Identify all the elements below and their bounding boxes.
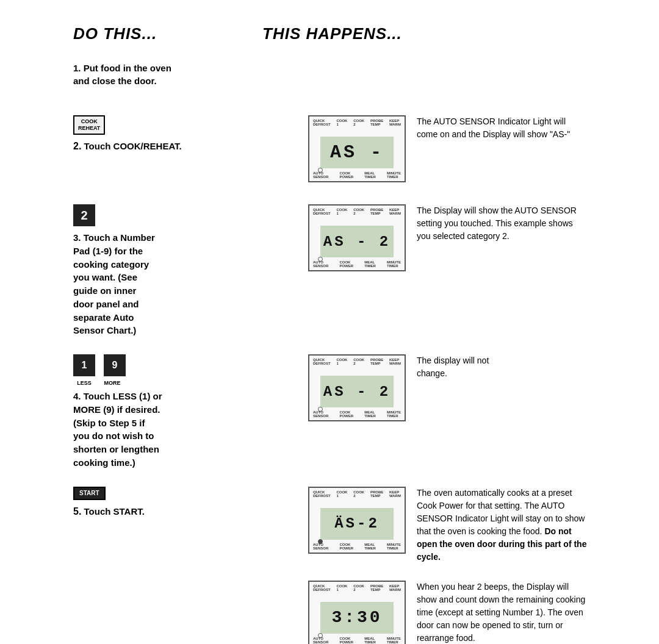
step3-right: QUICKDEFROST COOK1 COOK2 PROBETEMP KEEPW… xyxy=(308,204,610,276)
step4-less-key[interactable]: 1 xyxy=(73,354,95,376)
step3-num-key[interactable]: 2 xyxy=(73,204,95,226)
step5-display-bottom: AUTOSENSOR COOKPOWER MEALTIMER MINUTETIM… xyxy=(313,543,401,550)
step4-more-label: MORE xyxy=(101,380,123,386)
cook-reheat-key-line2: REHEAT xyxy=(78,125,100,132)
step5-display-top: QUICKDEFROST COOK1 COOK2 PROBETEMP KEEPW… xyxy=(313,490,401,498)
step1-number: 1. xyxy=(73,63,81,73)
step4-more-key[interactable]: 9 xyxy=(104,354,126,376)
cook-reheat-key[interactable]: COOK REHEAT xyxy=(73,115,105,135)
step2-key-wrap: COOK REHEAT xyxy=(73,115,290,135)
header-row: DO THIS... THIS HAPPENS... xyxy=(73,24,610,43)
cook-reheat-key-line1: COOK xyxy=(78,118,100,125)
step5-screen: ÄS-2 xyxy=(320,508,394,540)
step6-screen: 3:30 xyxy=(320,602,394,634)
step3-left: 2 3. Touch a Number Pad (1-9) for the co… xyxy=(73,204,290,337)
step2-display-bottom: AUTOSENSOR COOKPOWER MEALTIMER MINUTETIM… xyxy=(313,171,401,179)
step3-display-wrap: QUICKDEFROST COOK1 COOK2 PROBETEMP KEEPW… xyxy=(308,204,406,276)
step3-screen: AS - 2 xyxy=(320,226,394,257)
step3-key-wrap: 2 xyxy=(73,204,290,226)
step4-right-text-content: The display will notchange. xyxy=(417,356,489,378)
step5-right: QUICKDEFROST COOK1 COOK2 PROBETEMP KEEPW… xyxy=(308,487,610,564)
header-do: DO THIS... xyxy=(73,24,262,43)
step1-section: 1. Put food in the ovenand close the doo… xyxy=(73,62,610,98)
step4-display: QUICKDEFROST COOK1 COOK2 PROBETEMP KEEPW… xyxy=(308,354,406,421)
step3-number: 3. xyxy=(73,232,81,243)
step4-right-text: The display will notchange. xyxy=(417,354,489,380)
step4-right: QUICKDEFROST COOK1 COOK2 PROBETEMP KEEPW… xyxy=(308,354,610,426)
step3-section: 2 3. Touch a Number Pad (1-9) for the co… xyxy=(73,204,610,337)
step6-display-wrap: QUICKDEFROST COOK1 COOK2 PROBETEMP KEEPW… xyxy=(308,581,406,645)
step5-right-text: The oven automatically cooks at a preset… xyxy=(417,487,588,564)
step4-left: 1 9 LESS MORE 4. Touch LESS (1) or MORE … xyxy=(73,354,290,470)
step4-display-wrap: QUICKDEFROST COOK1 COOK2 PROBETEMP KEEPW… xyxy=(308,354,406,426)
step3-display-bottom: AUTOSENSOR COOKPOWER MEALTIMER MINUTETIM… xyxy=(313,260,401,268)
step2-display-top: QUICKDEFROST COOK1 COOK2 PROBETEMP KEEPW… xyxy=(313,119,401,126)
step3-display: QUICKDEFROST COOK1 COOK2 PROBETEMP KEEPW… xyxy=(308,204,406,271)
step4-less-label: LESS xyxy=(73,380,95,386)
step2-screen: AS - xyxy=(320,137,394,168)
step6-display-top: QUICKDEFROST COOK1 COOK2 PROBETEMP KEEPW… xyxy=(313,584,401,592)
step4-display-bottom: AUTOSENSOR COOKPOWER MEALTIMER MINUTETIM… xyxy=(313,410,401,418)
step2-left: COOK REHEAT 2. Touch COOK/REHEAT. xyxy=(73,115,290,156)
step5-instruction: 5. Touch START. xyxy=(73,505,290,518)
step5-key-wrap: START xyxy=(73,487,290,500)
step1-instruction: Put food in the ovenand close the door. xyxy=(73,63,171,86)
start-key[interactable]: START xyxy=(73,487,106,500)
step3-display-text: AS - 2 xyxy=(323,234,391,250)
step6-right-text: When you hear 2 beeps, the Display will … xyxy=(417,581,588,645)
step3-display-top: QUICKDEFROST COOK1 COOK2 PROBETEMP KEEPW… xyxy=(313,208,401,215)
step2-right-text: The AUTO SENSOR Indicator Light will com… xyxy=(417,115,588,141)
step4-section: 1 9 LESS MORE 4. Touch LESS (1) or MORE … xyxy=(73,354,610,470)
header-happens: THIS HAPPENS... xyxy=(262,24,402,43)
step4-keys-row: 1 9 xyxy=(73,354,290,376)
step5-display-wrap: QUICKDEFROST COOK1 COOK2 PROBETEMP KEEPW… xyxy=(308,487,406,559)
step6-display-text: 3:30 xyxy=(331,608,382,627)
step5-number: 5. xyxy=(73,506,81,517)
step2-right: QUICKDEFROST COOK1 COOK2 PROBETEMP KEEPW… xyxy=(308,115,610,187)
step3-instruction: 3. Touch a Number Pad (1-9) for the cook… xyxy=(73,231,290,337)
step6-display: QUICKDEFROST COOK1 COOK2 PROBETEMP KEEPW… xyxy=(308,581,406,645)
step3-right-text: The Display will show the AUTO SENSOR se… xyxy=(417,204,588,243)
step4-number: 4. xyxy=(73,391,81,401)
step2-section: COOK REHEAT 2. Touch COOK/REHEAT. QUICKD… xyxy=(73,115,610,187)
step4-instruction: 4. Touch LESS (1) or MORE (9) if desired… xyxy=(73,390,290,470)
step2-display-wrap: QUICKDEFROST COOK1 COOK2 PROBETEMP KEEPW… xyxy=(308,115,406,187)
step1-left: 1. Put food in the ovenand close the doo… xyxy=(73,62,290,98)
step5-left: START 5. Touch START. xyxy=(73,487,290,521)
step5-display: QUICKDEFROST COOK1 COOK2 PROBETEMP KEEPW… xyxy=(308,487,406,554)
step4-display-top: QUICKDEFROST COOK1 COOK2 PROBETEMP KEEPW… xyxy=(313,358,401,365)
step5-display-text: ÄS-2 xyxy=(334,515,380,532)
step2-display-text: AS - xyxy=(330,142,384,163)
step1-text: 1. Put food in the ovenand close the doo… xyxy=(73,62,290,87)
step2-display: QUICKDEFROST COOK1 COOK2 PROBETEMP KEEPW… xyxy=(308,115,406,182)
step6-section: QUICKDEFROST COOK1 COOK2 PROBETEMP KEEPW… xyxy=(73,581,610,645)
step4-key-labels: LESS MORE xyxy=(73,380,290,386)
step4-display-text: AS - 2 xyxy=(323,384,391,400)
step6-display-bottom: AUTOSENSOR COOKPOWER MEALTIMER MINUTETIM… xyxy=(313,637,401,644)
step4-screen: AS - 2 xyxy=(320,376,394,407)
step2-instruction: 2. Touch COOK/REHEAT. xyxy=(73,140,290,153)
step2-number: 2. xyxy=(73,141,81,151)
start-key-label: START xyxy=(79,490,99,496)
step6-right: QUICKDEFROST COOK1 COOK2 PROBETEMP KEEPW… xyxy=(308,581,610,645)
step5-section: START 5. Touch START. QUICKDEFROST COOK1… xyxy=(73,487,610,564)
